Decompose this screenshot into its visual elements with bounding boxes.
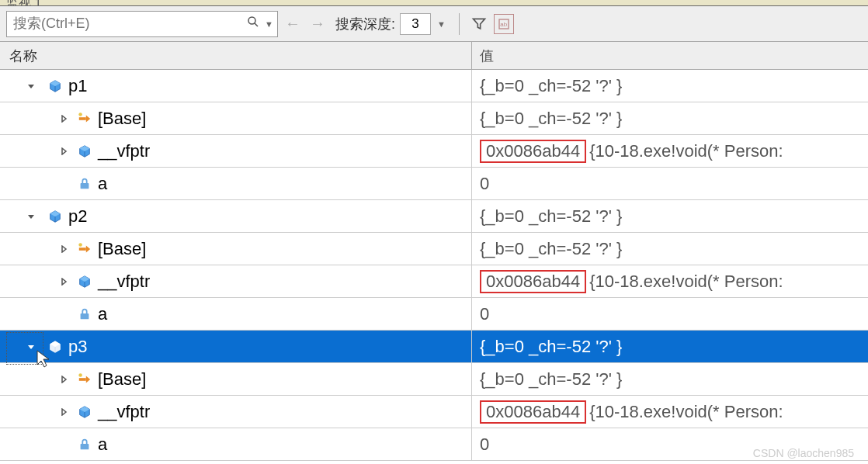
value-text: {_b=0 _ch=-52 '?' } [480,337,622,357]
name-cell[interactable]: __vfptr [0,396,471,428]
svg-line-1 [255,23,259,27]
svg-point-8 [78,243,82,247]
svg-rect-6 [81,183,89,189]
name-cell[interactable]: a [0,168,471,199]
name-cell[interactable]: p1 [0,70,471,102]
svg-rect-4 [79,117,86,120]
value-cell[interactable]: 0x0086ab44 {10-18.exe!void(* Person: [471,396,868,428]
value-cell[interactable]: 0 [471,298,868,330]
column-name-header[interactable]: 名称 [0,42,471,69]
value-cell[interactable]: {_b=0 _ch=-52 '?' } [471,200,868,232]
value-cell[interactable]: {_b=0 _ch=-52 '?' } [471,233,868,265]
expander-icon[interactable] [57,145,70,158]
item-name: [Base] [98,369,146,390]
depth-dropdown-icon[interactable]: ▼ [437,19,450,29]
name-cell[interactable]: __vfptr [0,135,471,167]
tree-row[interactable]: [Base]{_b=0 _ch=-52 '?' } [0,233,868,265]
tree-row[interactable]: __vfptr0x0086ab44 {10-18.exe!void(* Pers… [0,135,868,168]
value-cell[interactable]: 0 [471,168,868,199]
tree-row[interactable]: p3{_b=0 _ch=-52 '?' } [0,331,868,363]
search-box[interactable]: ▼ [6,11,278,37]
search-input[interactable] [7,16,241,32]
expander-icon[interactable] [25,210,37,223]
value-text: {_b=0 _ch=-52 '?' } [480,76,622,96]
value-cell[interactable]: 0x0086ab44 {10-18.exe!void(* Person: [471,265,868,297]
search-depth-label: 搜索深度: [335,15,395,33]
filter-icon[interactable] [469,14,489,34]
cube-blue-icon [48,209,62,223]
column-headers: 名称 值 [0,42,868,70]
search-dropdown-icon[interactable]: ▼ [265,19,277,29]
expander-icon[interactable] [25,80,37,92]
svg-text:ab: ab [500,21,507,28]
item-name: a [98,304,107,324]
tree-row[interactable]: [Base]{_b=0 _ch=-52 '?' } [0,102,868,135]
value-suffix: {10-18.exe!void(* Person: [589,272,783,292]
name-cell[interactable]: [Base] [0,102,471,134]
expander-icon[interactable] [57,113,70,125]
nav-back-icon[interactable]: ← [283,14,303,34]
item-name: a [98,435,107,455]
name-cell[interactable]: a [0,428,471,460]
tree-row[interactable]: __vfptr0x0086ab44 {10-18.exe!void(* Pers… [0,265,868,298]
svg-point-11 [78,373,82,377]
value-cell[interactable]: 0x0086ab44 {10-18.exe!void(* Person: [471,135,868,167]
name-cell[interactable]: p2 [0,200,471,232]
expander-icon[interactable] [57,438,70,451]
item-name: a [98,174,107,194]
tree-row[interactable]: a0 [0,298,868,331]
item-name: __vfptr [98,272,150,292]
value-cell[interactable]: {_b=0 _ch=-52 '?' } [471,102,868,134]
expander-icon[interactable] [57,373,70,386]
value-text: 0 [480,304,489,324]
watermark: CSDN @laochen985 [753,447,854,459]
toolbar: ▼ ← → 搜索深度: 3 ▼ ab [0,6,868,42]
tree-row[interactable]: [Base]{_b=0 _ch=-52 '?' } [0,363,868,396]
name-cell[interactable]: __vfptr [0,265,471,297]
highlighted-value: 0x0086ab44 [480,270,586,293]
window-title: 监视 1 [0,0,868,6]
expander-icon[interactable] [57,308,70,320]
expander-icon[interactable] [57,178,70,190]
orange-arrow-icon [78,112,92,126]
value-text: {_b=0 _ch=-52 '?' } [480,206,622,227]
value-text: {_b=0 _ch=-52 '?' } [480,109,622,129]
lock-field-icon [78,438,92,452]
expander-icon[interactable] [57,243,70,255]
cube-blue-icon [48,79,62,93]
tree-row[interactable]: a0 [0,428,868,461]
separator [459,13,460,35]
svg-rect-9 [81,313,89,319]
search-icon[interactable] [241,15,265,33]
svg-rect-7 [79,248,86,251]
tree-row[interactable]: __vfptr0x0086ab44 {10-18.exe!void(* Pers… [0,396,868,428]
search-depth-value[interactable]: 3 [400,13,431,35]
name-cell[interactable]: [Base] [0,233,471,265]
cube-blue-icon [78,275,92,289]
svg-rect-12 [81,444,89,449]
value-cell[interactable]: {_b=0 _ch=-52 '?' } [471,331,868,362]
highlighted-value: 0x0086ab44 [480,140,586,163]
value-suffix: {10-18.exe!void(* Person: [589,402,783,422]
item-name: __vfptr [98,402,150,422]
value-text: {_b=0 _ch=-52 '?' } [480,239,622,259]
value-text: 0 [480,435,489,455]
name-cell[interactable]: p3 [0,331,471,362]
tree-row[interactable]: p1{_b=0 _ch=-52 '?' } [0,70,868,102]
value-cell[interactable]: {_b=0 _ch=-52 '?' } [471,70,868,102]
nav-forward-icon[interactable]: → [307,14,328,34]
name-cell[interactable]: [Base] [0,363,471,395]
value-cell[interactable]: {_b=0 _ch=-52 '?' } [471,363,868,395]
expander-icon[interactable] [25,341,37,353]
column-value-header[interactable]: 值 [471,42,868,69]
svg-point-5 [78,113,82,116]
tree-row[interactable]: a0 [0,168,868,200]
value-text: {_b=0 _ch=-52 '?' } [480,369,622,390]
expander-icon[interactable] [57,406,70,418]
value-text: 0 [480,174,489,194]
expander-icon[interactable] [57,275,70,288]
cube-blue-icon [78,405,92,419]
tree-row[interactable]: p2{_b=0 _ch=-52 '?' } [0,200,868,233]
name-cell[interactable]: a [0,298,471,330]
format-icon[interactable]: ab [494,14,514,34]
